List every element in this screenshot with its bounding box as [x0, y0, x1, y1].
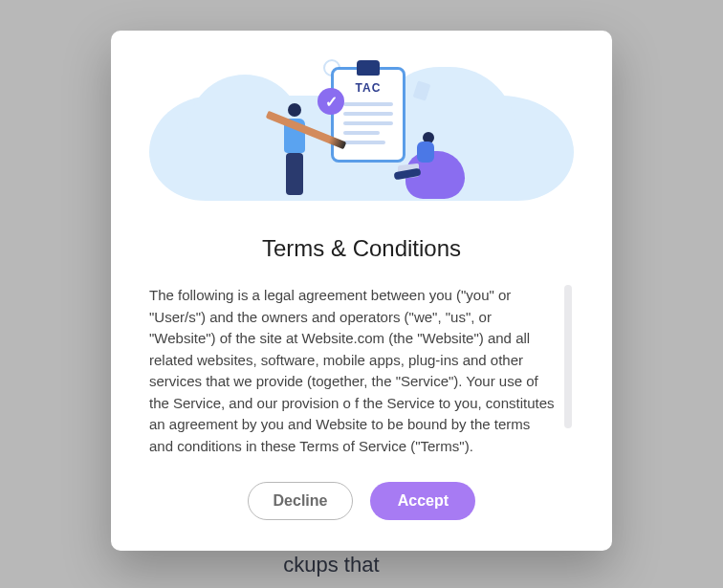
- person-sitting-icon: [394, 132, 461, 201]
- doc-line: [343, 112, 393, 116]
- terms-scroll-container[interactable]: The following is a legal agreement betwe…: [149, 285, 574, 455]
- terms-illustration: TAC ✓: [149, 59, 574, 212]
- checkmark-badge-icon: ✓: [318, 88, 344, 115]
- scrollbar[interactable]: [564, 285, 572, 428]
- accept-button[interactable]: Accept: [370, 482, 475, 520]
- modal-button-row: Decline Accept: [248, 482, 476, 520]
- modal-title: Terms & Conditions: [262, 235, 461, 262]
- clipboard-clip: [357, 60, 380, 76]
- tac-label: TAC: [334, 81, 403, 95]
- doc-line: [343, 102, 393, 106]
- decline-button[interactable]: Decline: [248, 482, 354, 520]
- doc-line: [343, 141, 385, 144]
- terms-modal: TAC ✓ Terms & Conditions The following i…: [111, 31, 612, 551]
- terms-body-text: The following is a legal agreement betwe…: [149, 285, 555, 455]
- doc-line: [343, 131, 380, 135]
- doc-line: [343, 121, 393, 125]
